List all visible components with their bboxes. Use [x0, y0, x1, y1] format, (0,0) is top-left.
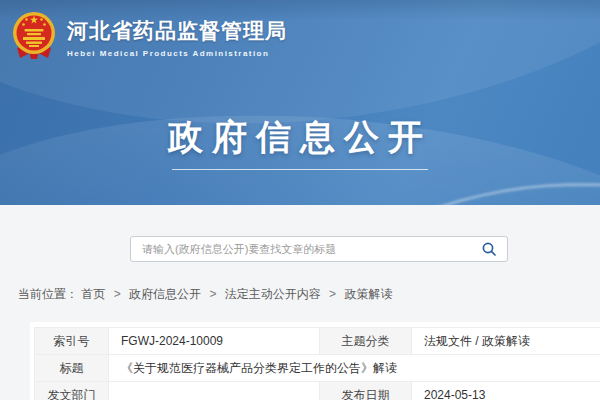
index-number-value: FGWJ-2024-10009 — [109, 328, 320, 355]
site-name-en: Hebei Medical Products Administration — [67, 49, 287, 58]
table-row: 发文部门 发布日期 2024-05-13 — [35, 382, 600, 400]
breadcrumb: 当前位置： 首页 > 政府信息公开 > 法定主动公开内容 > 政策解读 — [18, 286, 392, 303]
page-body: 当前位置： 首页 > 政府信息公开 > 法定主动公开内容 > 政策解读 索引号 … — [0, 205, 600, 400]
title-value: 《关于规范医疗器械产品分类界定工作的公告》解读 — [109, 355, 600, 382]
document-info-table: 索引号 FGWJ-2024-10009 主题分类 法规文件 / 政策解读 标题 … — [34, 327, 600, 400]
search-input[interactable] — [131, 243, 477, 255]
hero-banner: 河北省药品监督管理局 Hebei Medical Products Admini… — [0, 0, 600, 205]
subject-category-value: 法规文件 / 政策解读 — [412, 328, 600, 355]
breadcrumb-item-policy-interpretation: 政策解读 — [344, 287, 392, 301]
publish-date-value: 2024-05-13 — [412, 382, 600, 400]
breadcrumb-label: 当前位置： — [18, 287, 78, 301]
breadcrumb-separator: > — [209, 287, 216, 301]
search-button[interactable] — [477, 241, 507, 257]
site-logo[interactable]: 河北省药品监督管理局 Hebei Medical Products Admini… — [10, 8, 287, 62]
subject-category-label: 主题分类 — [320, 328, 412, 355]
document-info-card: 索引号 FGWJ-2024-10009 主题分类 法规文件 / 政策解读 标题 … — [30, 322, 600, 400]
breadcrumb-item-info-disclosure[interactable]: 政府信息公开 — [129, 287, 201, 301]
search-icon — [481, 241, 497, 257]
national-emblem-icon — [10, 8, 58, 62]
index-number-label: 索引号 — [35, 328, 109, 355]
breadcrumb-item-home[interactable]: 首页 — [81, 287, 105, 301]
publish-date-label: 发布日期 — [320, 382, 412, 400]
page: 河北省药品监督管理局 Hebei Medical Products Admini… — [0, 0, 600, 400]
issuing-department-value — [109, 382, 320, 400]
site-name: 河北省药品监督管理局 — [67, 17, 287, 45]
breadcrumb-item-statutory-content[interactable]: 法定主动公开内容 — [225, 287, 321, 301]
breadcrumb-separator: > — [329, 287, 336, 301]
table-row: 索引号 FGWJ-2024-10009 主题分类 法规文件 / 政策解读 — [35, 328, 600, 355]
site-title-block: 河北省药品监督管理局 Hebei Medical Products Admini… — [67, 8, 287, 58]
search-bar — [130, 236, 508, 262]
title-label: 标题 — [35, 355, 109, 382]
table-row: 标题 《关于规范医疗器械产品分类界定工作的公告》解读 — [35, 355, 600, 382]
breadcrumb-separator: > — [114, 287, 121, 301]
title-underline — [172, 169, 428, 170]
page-title: 政府信息公开 — [0, 114, 600, 161]
issuing-department-label: 发文部门 — [35, 382, 109, 400]
